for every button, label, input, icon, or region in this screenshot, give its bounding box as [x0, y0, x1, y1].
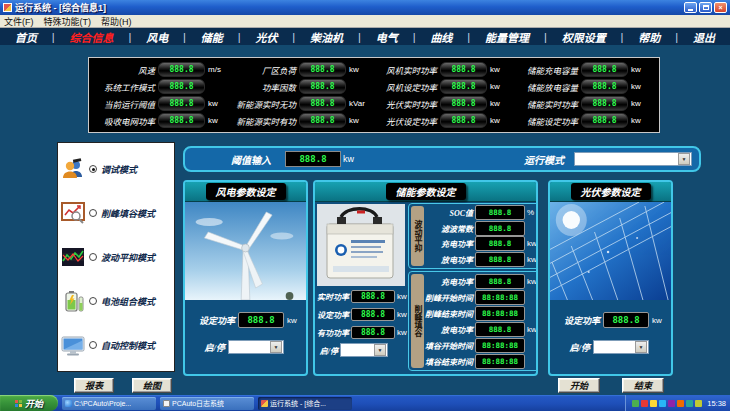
overview-field: 吸收电网功率 888.8 kw — [95, 113, 230, 128]
radio-button[interactable] — [89, 253, 97, 261]
tray-icon[interactable] — [659, 400, 666, 407]
minimize-button[interactable] — [684, 2, 697, 13]
radio-button[interactable] — [89, 297, 97, 305]
folder-icon — [65, 400, 72, 407]
led-display: 888.8 — [158, 62, 205, 77]
wind-panel-title: 风电参数设定 — [206, 183, 286, 200]
taskbar-task-log-system[interactable]: PCAuto日志系统 — [160, 397, 254, 410]
field-label: 填谷开始时间 — [425, 340, 473, 351]
overview-field: 风机实时功率 888.8 kw — [377, 62, 512, 77]
field-label: 充电功率 — [425, 276, 473, 287]
storage-panel-body: 实时功率 888.8 kw 设定功率 888.8 kw 有功功率 888.8 k… — [315, 202, 536, 374]
overview-field: 新能源实时无功 888.8 kVar — [236, 96, 371, 111]
field-label: 放电功率 — [425, 254, 473, 265]
tray-icon[interactable] — [686, 400, 693, 407]
mode-option-peak-shaving[interactable]: 削峰填谷模式 — [61, 201, 171, 225]
taskbar-task-explorer[interactable]: C:\PCAuto\Proje... — [62, 397, 156, 410]
wind-run-select[interactable]: ▼ — [228, 340, 284, 354]
window-controls: × — [684, 2, 727, 13]
nav-wind[interactable]: 风电 — [146, 29, 168, 45]
nav-permissions[interactable]: 权限设置 — [562, 29, 606, 45]
task-label: 运行系统 - [综合... — [270, 398, 326, 408]
report-button[interactable]: 报表 — [74, 378, 114, 393]
radio-button[interactable] — [89, 165, 97, 173]
nav-help[interactable]: 帮助 — [638, 29, 660, 45]
discharge-power-row: 放电功率 888.8 kw — [425, 322, 538, 337]
taskbar-task-run-system[interactable]: 运行系统 - [综合... — [258, 397, 352, 410]
overview-column-1: 风速 888.8 m/s 系统工作模式 888.8 当前运行阈值 888.8 k… — [95, 62, 230, 128]
mode-option-battery-combination[interactable]: 电池组合模式 — [61, 289, 171, 313]
field-label: 光伏实时功率 — [377, 98, 437, 110]
radio-button[interactable] — [89, 341, 97, 349]
nav-diesel[interactable]: 柴油机 — [310, 29, 343, 45]
stock-chart-icon — [61, 245, 85, 269]
nav-exit[interactable]: 退出 — [693, 29, 715, 45]
led-display: 888.8 — [581, 79, 628, 94]
menu-file[interactable]: 文件(F) — [4, 15, 34, 28]
overview-panel: 风速 888.8 m/s 系统工作模式 888.8 当前运行阈值 888.8 k… — [88, 57, 660, 133]
field-label: 风机设定功率 — [377, 81, 437, 93]
overview-field: 储能放电容量 888.8 kw — [518, 79, 653, 94]
led-display: 888.8 — [299, 96, 346, 111]
led-display: 888.8 — [299, 79, 346, 94]
tray-icon[interactable] — [641, 400, 648, 407]
draw-button[interactable]: 绘图 — [132, 378, 172, 393]
storage-run-select[interactable]: ▼ — [340, 343, 388, 357]
menu-special-functions[interactable]: 特殊功能(T) — [44, 15, 92, 28]
start-menu-button[interactable]: 开始 — [0, 395, 58, 411]
tray-icon[interactable] — [677, 400, 684, 407]
nav-separator: | — [358, 31, 361, 43]
tray-icon[interactable] — [668, 400, 675, 407]
field-unit: kw — [631, 82, 653, 91]
app-window: 运行系统 - [综合信息1] × 文件(F) 特殊功能(T) 帮助(H) 首页 … — [0, 0, 730, 411]
nav-electrical[interactable]: 电气 — [376, 29, 398, 45]
radio-button[interactable] — [89, 209, 97, 217]
threshold-input[interactable]: 888.8 — [285, 151, 341, 167]
run-mode-select[interactable]: ▼ — [574, 152, 692, 166]
storage-run-row: 启/停 ▼ — [317, 342, 405, 358]
mode-option-debug[interactable]: 调试模式 — [61, 157, 171, 181]
restore-button[interactable] — [699, 2, 712, 13]
nav-overview[interactable]: 综合信息 — [70, 29, 114, 45]
mode-option-fluctuation-smoothing[interactable]: 波动平抑模式 — [61, 245, 171, 269]
group-fields: 充电功率 888.8 kw 削峰开始时间 88:88:88 削峰结束时间 — [425, 273, 538, 369]
nav-home[interactable]: 首页 — [15, 29, 37, 45]
nav-pv[interactable]: 光伏 — [255, 29, 277, 45]
wind-set-power-row: 设定功率 888.8 kw — [189, 312, 302, 328]
field-label: 储能放电容量 — [518, 81, 578, 93]
soc-row: SOC值 888.8 % — [425, 205, 538, 220]
overview-field: 光伏实时功率 888.8 kw — [377, 96, 512, 111]
tray-icon[interactable] — [695, 400, 702, 407]
end-button[interactable]: 结束 — [622, 378, 664, 393]
field-unit: kw — [287, 316, 302, 325]
field-unit: kw — [631, 99, 653, 108]
overview-field: 功率因数 888.8 — [236, 79, 371, 94]
task-label: C:\PCAuto\Proje... — [74, 400, 131, 407]
nav-curves[interactable]: 曲线 — [430, 29, 452, 45]
nav-energy-management[interactable]: 能量管理 — [485, 29, 529, 45]
filter-constant-row: 滤波常数 888.8 — [425, 221, 538, 236]
led-display: 888.8 — [158, 113, 205, 128]
field-label: 启/停 — [554, 341, 590, 354]
nav-storage[interactable]: 储能 — [201, 29, 223, 45]
pv-settings-panel: 光伏参数设定 — [548, 180, 673, 376]
battery-image — [317, 204, 405, 286]
field-label: 削峰开始时间 — [425, 292, 473, 303]
solar-panel-image — [550, 202, 671, 300]
start-button[interactable]: 开始 — [558, 378, 600, 393]
led-display: 888.8 — [440, 113, 487, 128]
field-label: 充电功率 — [425, 238, 473, 249]
menu-help[interactable]: 帮助(H) — [101, 15, 132, 28]
close-button[interactable]: × — [714, 2, 727, 13]
pv-run-select[interactable]: ▼ — [593, 340, 649, 354]
field-label: 削峰结束时间 — [425, 308, 473, 319]
minimize-icon — [688, 9, 693, 11]
tray-icon[interactable] — [632, 400, 639, 407]
mode-option-auto-control[interactable]: 自动控制模式 — [61, 333, 171, 357]
field-unit: kw — [490, 116, 512, 125]
tray-icon[interactable] — [650, 400, 657, 407]
app-icon — [261, 400, 268, 407]
nav-separator: | — [292, 31, 295, 43]
led-display: 888.8 — [603, 312, 649, 328]
led-display: 888.8 — [351, 326, 395, 339]
